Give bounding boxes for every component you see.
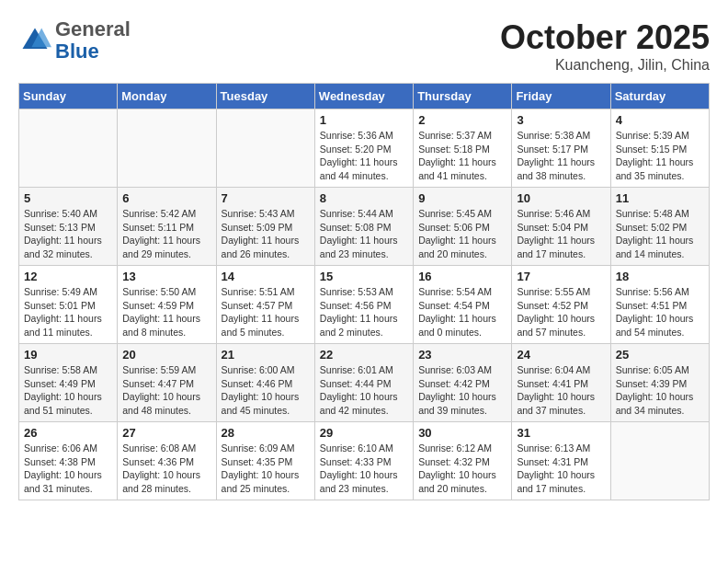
sunrise-label: Sunrise: 5:42 AM xyxy=(122,208,196,219)
sunset-label: Sunset: 4:36 PM xyxy=(122,456,194,467)
sunset-label: Sunset: 4:52 PM xyxy=(517,300,588,311)
daylight-label: Daylight: 10 hours and 57 minutes. xyxy=(517,313,595,338)
calendar-cell: 2 Sunrise: 5:37 AM Sunset: 5:18 PM Dayli… xyxy=(414,109,512,188)
weekday-header-row: SundayMondayTuesdayWednesdayThursdayFrid… xyxy=(19,84,710,109)
day-info: Sunrise: 5:48 AM Sunset: 5:02 PM Dayligh… xyxy=(616,207,704,261)
daylight-label: Daylight: 10 hours and 31 minutes. xyxy=(24,469,102,494)
sunset-label: Sunset: 4:46 PM xyxy=(222,378,293,389)
sunrise-label: Sunrise: 6:01 AM xyxy=(320,364,393,375)
sunrise-label: Sunrise: 5:43 AM xyxy=(222,208,295,219)
logo-icon xyxy=(18,24,51,57)
sunrise-label: Sunrise: 5:38 AM xyxy=(517,130,590,141)
day-info: Sunrise: 5:37 AM Sunset: 5:18 PM Dayligh… xyxy=(418,129,506,183)
sunset-label: Sunset: 5:15 PM xyxy=(616,144,688,155)
day-number: 11 xyxy=(616,191,704,205)
sunset-label: Sunset: 4:44 PM xyxy=(320,378,392,389)
day-number: 18 xyxy=(616,270,704,283)
day-info: Sunrise: 6:13 AM Sunset: 4:31 PM Dayligh… xyxy=(517,442,605,496)
day-number: 9 xyxy=(418,191,506,205)
day-number: 20 xyxy=(122,348,210,362)
day-info: Sunrise: 6:12 AM Sunset: 4:32 PM Dayligh… xyxy=(418,442,506,496)
day-number: 16 xyxy=(418,270,506,283)
day-number: 19 xyxy=(24,348,112,362)
daylight-label: Daylight: 11 hours and 17 minutes. xyxy=(517,235,595,259)
calendar-cell: 13 Sunrise: 5:50 AM Sunset: 4:59 PM Dayl… xyxy=(118,266,216,344)
daylight-label: Daylight: 10 hours and 54 minutes. xyxy=(616,313,694,338)
sunset-label: Sunset: 4:33 PM xyxy=(320,456,392,467)
calendar-cell: 19 Sunrise: 5:58 AM Sunset: 4:49 PM Dayl… xyxy=(19,344,118,422)
sunrise-label: Sunrise: 5:59 AM xyxy=(122,364,196,375)
sunset-label: Sunset: 5:18 PM xyxy=(418,144,490,155)
daylight-label: Daylight: 10 hours and 25 minutes. xyxy=(222,469,300,494)
calendar-week-row: 26 Sunrise: 6:06 AM Sunset: 4:38 PM Dayl… xyxy=(19,422,710,500)
month-title: October 2025 xyxy=(500,18,710,57)
day-number: 22 xyxy=(320,348,408,362)
daylight-label: Daylight: 10 hours and 42 minutes. xyxy=(320,391,398,416)
sunrise-label: Sunrise: 6:12 AM xyxy=(418,442,492,454)
day-info: Sunrise: 5:44 AM Sunset: 5:08 PM Dayligh… xyxy=(320,207,408,261)
day-number: 7 xyxy=(222,191,310,205)
calendar-cell xyxy=(118,109,216,188)
calendar-cell: 15 Sunrise: 5:53 AM Sunset: 4:56 PM Dayl… xyxy=(314,266,413,344)
day-number: 14 xyxy=(222,270,310,283)
day-number: 17 xyxy=(517,270,605,283)
daylight-label: Daylight: 11 hours and 26 minutes. xyxy=(222,235,300,259)
sunset-label: Sunset: 4:49 PM xyxy=(24,378,96,389)
sunrise-label: Sunrise: 5:55 AM xyxy=(517,286,590,297)
daylight-label: Daylight: 10 hours and 51 minutes. xyxy=(24,391,102,416)
sunset-label: Sunset: 4:56 PM xyxy=(320,300,392,311)
day-number: 23 xyxy=(418,348,506,362)
calendar-cell: 18 Sunrise: 5:56 AM Sunset: 4:51 PM Dayl… xyxy=(610,266,709,344)
daylight-label: Daylight: 10 hours and 45 minutes. xyxy=(222,391,300,416)
sunrise-label: Sunrise: 5:46 AM xyxy=(517,208,590,219)
day-info: Sunrise: 5:42 AM Sunset: 5:11 PM Dayligh… xyxy=(122,207,210,261)
sunrise-label: Sunrise: 6:00 AM xyxy=(222,364,295,375)
sunrise-label: Sunrise: 6:05 AM xyxy=(616,364,689,375)
calendar-cell: 27 Sunrise: 6:08 AM Sunset: 4:36 PM Dayl… xyxy=(118,422,216,500)
sunrise-label: Sunrise: 5:40 AM xyxy=(24,208,97,219)
daylight-label: Daylight: 10 hours and 48 minutes. xyxy=(122,391,200,416)
sunset-label: Sunset: 4:39 PM xyxy=(616,378,688,389)
calendar-cell: 26 Sunrise: 6:06 AM Sunset: 4:38 PM Dayl… xyxy=(19,422,118,500)
sunset-label: Sunset: 4:32 PM xyxy=(418,456,490,467)
calendar-cell: 9 Sunrise: 5:45 AM Sunset: 5:06 PM Dayli… xyxy=(414,188,512,266)
sunset-label: Sunset: 5:17 PM xyxy=(517,144,588,155)
calendar-cell xyxy=(610,422,709,500)
calendar-cell: 5 Sunrise: 5:40 AM Sunset: 5:13 PM Dayli… xyxy=(19,188,118,266)
day-info: Sunrise: 5:45 AM Sunset: 5:06 PM Dayligh… xyxy=(418,207,506,261)
sunrise-label: Sunrise: 5:53 AM xyxy=(320,286,393,297)
sunrise-label: Sunrise: 6:09 AM xyxy=(222,442,295,454)
day-info: Sunrise: 5:39 AM Sunset: 5:15 PM Dayligh… xyxy=(616,129,704,183)
calendar-cell: 3 Sunrise: 5:38 AM Sunset: 5:17 PM Dayli… xyxy=(512,109,610,188)
sunrise-label: Sunrise: 5:56 AM xyxy=(616,286,689,297)
sunset-label: Sunset: 4:54 PM xyxy=(418,300,490,311)
calendar-week-row: 5 Sunrise: 5:40 AM Sunset: 5:13 PM Dayli… xyxy=(19,188,710,266)
day-info: Sunrise: 5:59 AM Sunset: 4:47 PM Dayligh… xyxy=(122,363,210,418)
sunset-label: Sunset: 4:57 PM xyxy=(222,300,293,311)
calendar-cell xyxy=(19,109,118,188)
calendar-week-row: 12 Sunrise: 5:49 AM Sunset: 5:01 PM Dayl… xyxy=(19,266,710,344)
day-info: Sunrise: 6:01 AM Sunset: 4:44 PM Dayligh… xyxy=(320,363,408,418)
sunrise-label: Sunrise: 6:10 AM xyxy=(320,442,393,454)
day-number: 27 xyxy=(122,426,210,440)
daylight-label: Daylight: 11 hours and 0 minutes. xyxy=(418,313,496,338)
daylight-label: Daylight: 11 hours and 44 minutes. xyxy=(320,156,398,181)
calendar-cell: 22 Sunrise: 6:01 AM Sunset: 4:44 PM Dayl… xyxy=(314,344,413,422)
day-info: Sunrise: 6:04 AM Sunset: 4:41 PM Dayligh… xyxy=(517,363,605,418)
daylight-label: Daylight: 11 hours and 41 minutes. xyxy=(418,156,496,181)
day-number: 6 xyxy=(122,191,210,205)
daylight-label: Daylight: 11 hours and 11 minutes. xyxy=(24,313,102,338)
calendar-cell: 28 Sunrise: 6:09 AM Sunset: 4:35 PM Dayl… xyxy=(216,422,314,500)
daylight-label: Daylight: 11 hours and 35 minutes. xyxy=(616,156,694,181)
sunrise-label: Sunrise: 5:51 AM xyxy=(222,286,295,297)
sunset-label: Sunset: 5:11 PM xyxy=(122,222,194,233)
day-info: Sunrise: 5:51 AM Sunset: 4:57 PM Dayligh… xyxy=(222,285,310,339)
day-number: 25 xyxy=(616,348,704,362)
day-number: 2 xyxy=(418,113,506,127)
day-info: Sunrise: 6:08 AM Sunset: 4:36 PM Dayligh… xyxy=(122,442,210,496)
weekday-header: Tuesday xyxy=(216,84,314,109)
sunrise-label: Sunrise: 5:37 AM xyxy=(418,130,492,141)
page-header: General Blue October 2025 Kuancheng, Jil… xyxy=(18,18,710,74)
calendar-cell: 24 Sunrise: 6:04 AM Sunset: 4:41 PM Dayl… xyxy=(512,344,610,422)
calendar-cell: 23 Sunrise: 6:03 AM Sunset: 4:42 PM Dayl… xyxy=(414,344,512,422)
